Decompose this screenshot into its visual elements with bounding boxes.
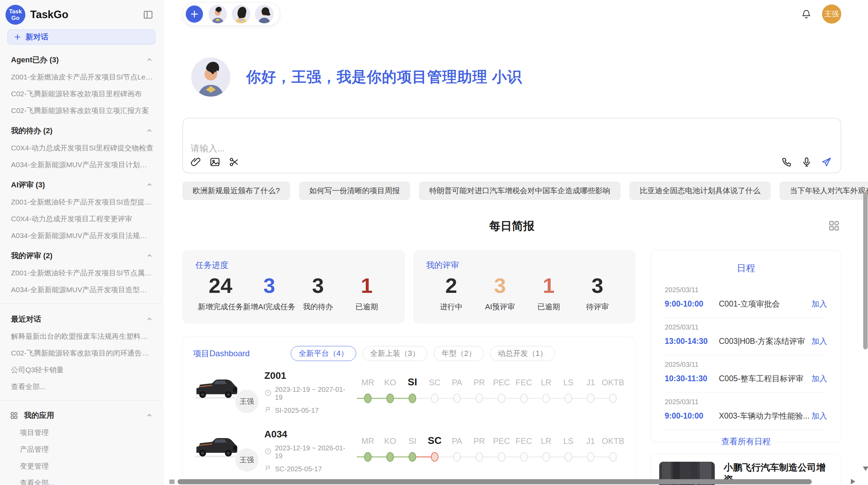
sidebar-item[interactable]: C0X4-动力总成开发项目工程变更评审 — [11, 214, 154, 224]
milestone-nodes — [354, 390, 628, 408]
schedule-row: 9:00-10:00C001-立项审批会加入 — [665, 299, 827, 309]
sidebar-recent-item[interactable]: 公司Q3轻卡销量 — [11, 365, 154, 375]
sidebar-item[interactable]: C0X4-动力总成开发项目SI里程碑提交物检查 — [11, 143, 154, 153]
microphone-icon[interactable] — [801, 156, 812, 168]
sidebar-item[interactable]: A034-全新新能源MUV产品开发项目计划变更表编写 — [11, 160, 154, 170]
notification-bell-icon[interactable] — [801, 9, 812, 20]
join-link[interactable]: 加入 — [811, 336, 827, 347]
dashboard-filters: 全新平台（4）全新上装（3）年型（2）动总开发（1） — [291, 346, 561, 361]
project-row[interactable]: 王强Z0012023-12-19 ~ 2027-01-19SI-2025-05-… — [193, 366, 625, 420]
chevron-up-icon[interactable] — [145, 315, 154, 324]
main-area: 王强 你好，王强，我是你的项目管理助理 小识 请输入... — [163, 0, 868, 485]
dashboard-header: 项目Dashboard 全新平台（4）全新上装（3）年型（2）动总开发（1） — [193, 346, 625, 361]
dashboard-filter-pill[interactable]: 全新平台（4） — [291, 346, 356, 361]
sidebar-app-item[interactable]: 查看全部... — [20, 478, 154, 485]
sidebar-app-item[interactable]: 项目管理 — [20, 428, 154, 437]
chevron-up-icon[interactable] — [145, 251, 154, 260]
sidebar-app-item[interactable]: 变更管理 — [20, 461, 154, 471]
attachment-icon[interactable] — [190, 156, 202, 168]
input-attachments — [190, 156, 240, 168]
join-link[interactable]: 加入 — [811, 373, 827, 384]
sidebar-item[interactable]: A034-全新新能源MUV产品开发项目造型可行性评审 — [11, 285, 154, 295]
schedule-row: 10:30-11:30C005-整车工程目标评审加入 — [665, 373, 827, 384]
sidebar-section-my-apps[interactable]: 我的应用 — [10, 410, 154, 421]
schedule-event-title: C001-立项审批会 — [719, 299, 811, 309]
new-chat-button[interactable]: 新对话 — [8, 29, 155, 45]
stat: 3AI预评审 — [477, 273, 523, 312]
schedule-item: 2025/03/1110:30-11:30C005-整车工程目标评审加入 — [665, 355, 827, 393]
suggestion-chip[interactable]: 欧洲新规最近颁布了什么? — [182, 182, 290, 200]
sidebar-item[interactable]: C02-飞腾新能源轻客改款项目立项汇报方案 — [11, 106, 154, 115]
view-all-schedule-link[interactable]: 查看所有日程 — [665, 436, 827, 447]
sidebar-item[interactable]: A034-全新新能源MUV产品开发项目法规符合性评审 — [11, 231, 154, 240]
input-actions — [781, 156, 832, 168]
sidebar-section-header[interactable]: 最近对话 — [11, 314, 154, 324]
sidebar-section-header[interactable]: 我的评审 (2) — [11, 251, 154, 261]
chevron-up-icon[interactable] — [145, 411, 154, 420]
topbar-right: 王强 — [801, 4, 841, 24]
plus-icon — [13, 33, 22, 41]
stat-value: 3 — [494, 273, 506, 298]
sidebar-section-header[interactable]: AI评审 (3) — [11, 180, 154, 190]
horizontal-scrollbar[interactable] — [178, 479, 812, 484]
milestone-labels: MRKOSISCPAPRPECFECLRLSJ1OKTB — [354, 378, 628, 390]
stat-label: 新增AI完成任务 — [243, 302, 296, 312]
layout-grid-icon[interactable] — [828, 219, 841, 232]
schedule-time: 13:00-14:30 — [665, 337, 719, 346]
sidebar-recent-item[interactable]: C02-飞腾新能源轻客改款项目的闭环通告反馈情况 — [11, 348, 154, 358]
project-thumbnail: 王强 — [193, 369, 264, 417]
suggestion-chip[interactable]: 比亚迪全固态电池计划具体说了什么 — [629, 182, 771, 200]
chevron-up-icon[interactable] — [145, 55, 154, 64]
schedule-event-title: C005-整车工程目标评审 — [719, 373, 811, 384]
chat-input[interactable]: 请输入... — [182, 118, 841, 173]
voice-call-icon[interactable] — [781, 156, 793, 168]
stat-label: 已逾期 — [355, 302, 378, 312]
agent-avatar-3[interactable] — [255, 5, 274, 23]
vertical-scrollbar[interactable] — [863, 192, 868, 349]
stat-values-row: 2进行中3AI预评审1已逾期3待评审 — [426, 273, 623, 312]
screenshot-scissors-icon[interactable] — [228, 156, 240, 168]
project-thumbnail: 王强 — [193, 427, 264, 475]
horizontal-scrollbar-cap[interactable] — [169, 480, 174, 484]
scroll-right-arrow-icon[interactable] — [851, 479, 855, 484]
add-agent-button[interactable] — [185, 5, 204, 23]
sidebar-section-header[interactable]: 我的待办 (2) — [11, 126, 154, 136]
dashboard-title: 项目Dashboard — [193, 348, 250, 359]
suggestion-chip[interactable]: 特朗普可能对进口汽车增税会对中国车企造成哪些影响 — [419, 182, 620, 200]
sidebar-item[interactable]: Z001-全新燃油轻卡产品开发项目SI节点属性5D文件评审 — [11, 268, 154, 278]
join-link[interactable]: 加入 — [811, 299, 827, 309]
sidebar-section-title: 我的待办 (2) — [11, 126, 52, 136]
user-avatar[interactable]: 王强 — [822, 4, 841, 24]
project-row[interactable]: 王强A0342023-12-19 ~ 2026-01-19SC-2025-05-… — [193, 424, 625, 478]
join-link[interactable]: 加入 — [811, 411, 827, 421]
stat-card-title: 任务进度 — [195, 260, 392, 271]
scroll-down-arrow-icon[interactable] — [863, 467, 868, 471]
sidebar-item[interactable]: Z001-全新燃油皮卡产品开发项目SI节点Lesson Learn报告 — [11, 72, 154, 82]
agent-avatar-2[interactable] — [232, 5, 250, 23]
suggestion-chip[interactable]: 如何写一份清晰的项目周报 — [299, 182, 410, 200]
suggestion-chip[interactable]: 当下年轻人对汽车外观有怎样的喜好趋势 — [780, 182, 868, 200]
chevron-up-icon[interactable] — [145, 181, 154, 189]
sidebar-recent-item[interactable]: 查看全部... — [11, 382, 154, 391]
schedule-item: 2025/03/1113:00-14:30C003|H0B-方案冻结评审加入 — [665, 318, 827, 355]
project-code: Z001 — [264, 370, 351, 381]
dashboard-filter-pill[interactable]: 动总开发（1） — [490, 346, 555, 361]
schedule-time: 9:00-10:00 — [665, 299, 719, 309]
image-upload-icon[interactable] — [209, 156, 221, 168]
sidebar-section-header[interactable]: Agent已办 (3) — [11, 55, 154, 65]
dashboard-filter-pill[interactable]: 全新上装（3） — [362, 346, 427, 361]
logo-text-bottom: Go — [11, 15, 20, 21]
sidebar-app-item[interactable]: 产品管理 — [20, 445, 154, 454]
sidebar-item[interactable]: Z001-全新燃油轻卡产品开发项目SI造型提交物评审 — [11, 197, 154, 207]
schedule-time: 10:30-11:30 — [665, 374, 719, 383]
chevron-up-icon[interactable] — [145, 126, 154, 135]
sidebar-recent-item[interactable]: 解释最新出台的欧盟报废车法规再生塑料比例被调至15%... — [11, 332, 154, 341]
greeting-text: 你好，王强，我是你的项目管理助理 小识 — [246, 67, 522, 87]
dashboard-filter-pill[interactable]: 年型（2） — [434, 346, 484, 361]
stat-label: 已逾期 — [538, 302, 560, 312]
sidebar-item[interactable]: C02-飞腾新能源轻客改款项目里程碑画布 — [11, 89, 154, 99]
agent-avatar-1[interactable] — [208, 5, 227, 23]
send-icon[interactable] — [821, 156, 832, 168]
collapse-sidebar-icon[interactable] — [142, 9, 154, 21]
milestone-nodes — [354, 449, 628, 467]
